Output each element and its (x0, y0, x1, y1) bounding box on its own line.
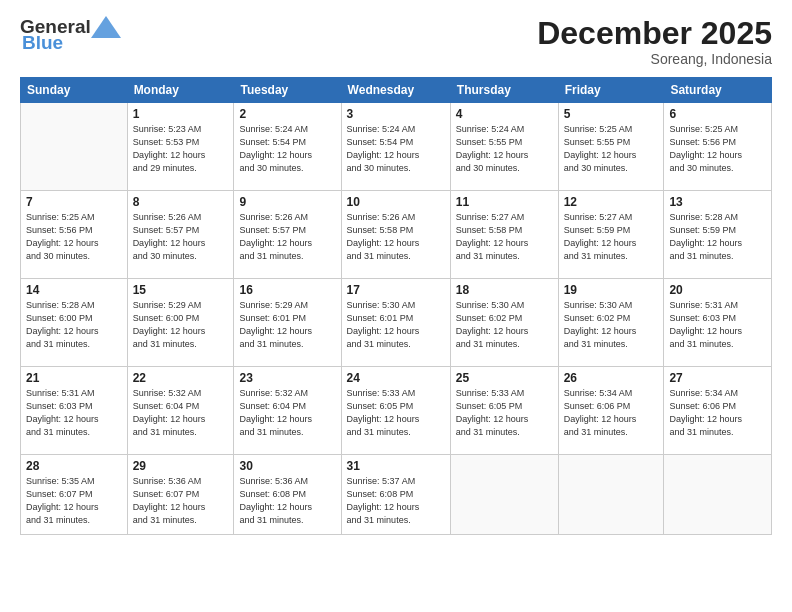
day-info: Sunrise: 5:32 AM Sunset: 6:04 PM Dayligh… (239, 387, 335, 439)
day-number: 24 (347, 371, 445, 385)
logo: General Blue (20, 16, 121, 54)
day-info: Sunrise: 5:30 AM Sunset: 6:02 PM Dayligh… (564, 299, 659, 351)
day-number: 11 (456, 195, 553, 209)
day-number: 4 (456, 107, 553, 121)
day-info: Sunrise: 5:37 AM Sunset: 6:08 PM Dayligh… (347, 475, 445, 527)
calendar-week-row: 28Sunrise: 5:35 AM Sunset: 6:07 PM Dayli… (21, 455, 772, 535)
calendar-cell: 15Sunrise: 5:29 AM Sunset: 6:00 PM Dayli… (127, 279, 234, 367)
day-info: Sunrise: 5:29 AM Sunset: 6:01 PM Dayligh… (239, 299, 335, 351)
day-number: 21 (26, 371, 122, 385)
title-section: December 2025 Soreang, Indonesia (537, 16, 772, 67)
day-number: 27 (669, 371, 766, 385)
page: General Blue December 2025 Soreang, Indo… (0, 0, 792, 612)
day-info: Sunrise: 5:27 AM Sunset: 5:58 PM Dayligh… (456, 211, 553, 263)
day-info: Sunrise: 5:25 AM Sunset: 5:56 PM Dayligh… (26, 211, 122, 263)
day-number: 26 (564, 371, 659, 385)
calendar-cell: 31Sunrise: 5:37 AM Sunset: 6:08 PM Dayli… (341, 455, 450, 535)
day-info: Sunrise: 5:33 AM Sunset: 6:05 PM Dayligh… (456, 387, 553, 439)
day-info: Sunrise: 5:26 AM Sunset: 5:58 PM Dayligh… (347, 211, 445, 263)
day-number: 25 (456, 371, 553, 385)
calendar-cell: 1Sunrise: 5:23 AM Sunset: 5:53 PM Daylig… (127, 103, 234, 191)
day-number: 1 (133, 107, 229, 121)
day-info: Sunrise: 5:24 AM Sunset: 5:54 PM Dayligh… (239, 123, 335, 175)
day-info: Sunrise: 5:33 AM Sunset: 6:05 PM Dayligh… (347, 387, 445, 439)
logo-icon (91, 16, 121, 38)
day-number: 8 (133, 195, 229, 209)
calendar-cell: 8Sunrise: 5:26 AM Sunset: 5:57 PM Daylig… (127, 191, 234, 279)
calendar-cell: 12Sunrise: 5:27 AM Sunset: 5:59 PM Dayli… (558, 191, 664, 279)
calendar-cell: 16Sunrise: 5:29 AM Sunset: 6:01 PM Dayli… (234, 279, 341, 367)
day-info: Sunrise: 5:30 AM Sunset: 6:02 PM Dayligh… (456, 299, 553, 351)
day-info: Sunrise: 5:28 AM Sunset: 6:00 PM Dayligh… (26, 299, 122, 351)
day-number: 15 (133, 283, 229, 297)
calendar-cell: 21Sunrise: 5:31 AM Sunset: 6:03 PM Dayli… (21, 367, 128, 455)
calendar-cell (664, 455, 772, 535)
day-number: 31 (347, 459, 445, 473)
weekday-header: Monday (127, 78, 234, 103)
calendar-cell: 7Sunrise: 5:25 AM Sunset: 5:56 PM Daylig… (21, 191, 128, 279)
day-info: Sunrise: 5:36 AM Sunset: 6:07 PM Dayligh… (133, 475, 229, 527)
day-number: 2 (239, 107, 335, 121)
calendar: SundayMondayTuesdayWednesdayThursdayFrid… (20, 77, 772, 535)
day-info: Sunrise: 5:25 AM Sunset: 5:55 PM Dayligh… (564, 123, 659, 175)
calendar-cell: 2Sunrise: 5:24 AM Sunset: 5:54 PM Daylig… (234, 103, 341, 191)
weekday-header: Sunday (21, 78, 128, 103)
location: Soreang, Indonesia (537, 51, 772, 67)
calendar-cell: 13Sunrise: 5:28 AM Sunset: 5:59 PM Dayli… (664, 191, 772, 279)
day-number: 30 (239, 459, 335, 473)
day-number: 17 (347, 283, 445, 297)
calendar-cell: 27Sunrise: 5:34 AM Sunset: 6:06 PM Dayli… (664, 367, 772, 455)
calendar-cell: 20Sunrise: 5:31 AM Sunset: 6:03 PM Dayli… (664, 279, 772, 367)
calendar-cell: 5Sunrise: 5:25 AM Sunset: 5:55 PM Daylig… (558, 103, 664, 191)
day-info: Sunrise: 5:34 AM Sunset: 6:06 PM Dayligh… (669, 387, 766, 439)
day-info: Sunrise: 5:24 AM Sunset: 5:54 PM Dayligh… (347, 123, 445, 175)
calendar-week-row: 7Sunrise: 5:25 AM Sunset: 5:56 PM Daylig… (21, 191, 772, 279)
svg-marker-0 (91, 16, 121, 38)
day-info: Sunrise: 5:31 AM Sunset: 6:03 PM Dayligh… (669, 299, 766, 351)
day-number: 20 (669, 283, 766, 297)
day-info: Sunrise: 5:35 AM Sunset: 6:07 PM Dayligh… (26, 475, 122, 527)
weekday-header: Thursday (450, 78, 558, 103)
day-number: 14 (26, 283, 122, 297)
calendar-cell: 29Sunrise: 5:36 AM Sunset: 6:07 PM Dayli… (127, 455, 234, 535)
calendar-cell: 11Sunrise: 5:27 AM Sunset: 5:58 PM Dayli… (450, 191, 558, 279)
calendar-cell: 4Sunrise: 5:24 AM Sunset: 5:55 PM Daylig… (450, 103, 558, 191)
calendar-week-row: 1Sunrise: 5:23 AM Sunset: 5:53 PM Daylig… (21, 103, 772, 191)
weekday-header-row: SundayMondayTuesdayWednesdayThursdayFrid… (21, 78, 772, 103)
day-number: 16 (239, 283, 335, 297)
day-number: 12 (564, 195, 659, 209)
day-number: 5 (564, 107, 659, 121)
day-number: 22 (133, 371, 229, 385)
day-number: 10 (347, 195, 445, 209)
day-info: Sunrise: 5:34 AM Sunset: 6:06 PM Dayligh… (564, 387, 659, 439)
day-info: Sunrise: 5:25 AM Sunset: 5:56 PM Dayligh… (669, 123, 766, 175)
day-number: 18 (456, 283, 553, 297)
day-info: Sunrise: 5:26 AM Sunset: 5:57 PM Dayligh… (239, 211, 335, 263)
day-number: 6 (669, 107, 766, 121)
day-number: 19 (564, 283, 659, 297)
weekday-header: Friday (558, 78, 664, 103)
weekday-header: Tuesday (234, 78, 341, 103)
calendar-cell: 19Sunrise: 5:30 AM Sunset: 6:02 PM Dayli… (558, 279, 664, 367)
calendar-cell: 26Sunrise: 5:34 AM Sunset: 6:06 PM Dayli… (558, 367, 664, 455)
day-number: 3 (347, 107, 445, 121)
day-number: 7 (26, 195, 122, 209)
day-info: Sunrise: 5:23 AM Sunset: 5:53 PM Dayligh… (133, 123, 229, 175)
day-info: Sunrise: 5:31 AM Sunset: 6:03 PM Dayligh… (26, 387, 122, 439)
calendar-cell: 22Sunrise: 5:32 AM Sunset: 6:04 PM Dayli… (127, 367, 234, 455)
day-info: Sunrise: 5:30 AM Sunset: 6:01 PM Dayligh… (347, 299, 445, 351)
day-info: Sunrise: 5:26 AM Sunset: 5:57 PM Dayligh… (133, 211, 229, 263)
calendar-week-row: 14Sunrise: 5:28 AM Sunset: 6:00 PM Dayli… (21, 279, 772, 367)
day-info: Sunrise: 5:32 AM Sunset: 6:04 PM Dayligh… (133, 387, 229, 439)
day-info: Sunrise: 5:29 AM Sunset: 6:00 PM Dayligh… (133, 299, 229, 351)
calendar-cell: 14Sunrise: 5:28 AM Sunset: 6:00 PM Dayli… (21, 279, 128, 367)
logo-blue-text: Blue (20, 32, 63, 54)
day-info: Sunrise: 5:24 AM Sunset: 5:55 PM Dayligh… (456, 123, 553, 175)
weekday-header: Wednesday (341, 78, 450, 103)
calendar-cell (450, 455, 558, 535)
day-number: 28 (26, 459, 122, 473)
calendar-cell: 6Sunrise: 5:25 AM Sunset: 5:56 PM Daylig… (664, 103, 772, 191)
day-number: 9 (239, 195, 335, 209)
calendar-cell: 17Sunrise: 5:30 AM Sunset: 6:01 PM Dayli… (341, 279, 450, 367)
calendar-cell: 28Sunrise: 5:35 AM Sunset: 6:07 PM Dayli… (21, 455, 128, 535)
